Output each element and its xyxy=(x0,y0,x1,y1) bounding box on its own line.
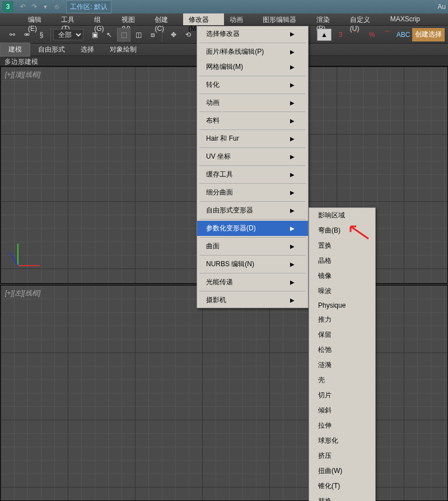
submenu-item-8[interactable]: 保留 xyxy=(309,327,375,342)
submenu-item-18[interactable]: 锥化(T) xyxy=(309,479,375,494)
menu-edit[interactable]: 编辑(E) xyxy=(22,13,55,25)
menu-item-23[interactable]: 曲面▶ xyxy=(197,239,308,254)
window-select-icon[interactable]: ◫ xyxy=(132,28,145,41)
undo-icon[interactable]: ↶ xyxy=(18,2,28,12)
submenu-item-0[interactable]: 影响区域 xyxy=(309,208,375,223)
menu-item-19[interactable]: 自由形式变形器▶ xyxy=(197,203,308,218)
menu-view[interactable]: 视图(V) xyxy=(116,13,149,25)
submenu-item-13[interactable]: 倾斜 xyxy=(309,403,375,418)
submenu-item-15[interactable]: 球形化 xyxy=(309,433,375,448)
submenu-item-11[interactable]: 壳 xyxy=(309,373,375,388)
menu-modifiers[interactable]: 修改器(M) xyxy=(183,13,224,25)
link-icon[interactable]: ⎋ xyxy=(52,2,62,12)
tab-object-paint[interactable]: 对象绘制 xyxy=(102,43,144,56)
snap-icon[interactable]: ⌒ xyxy=(349,28,363,41)
workspace-selector[interactable]: 工作区: 默认 xyxy=(66,1,111,13)
submenu-item-3[interactable]: 晶格 xyxy=(309,253,375,268)
redo-icon[interactable]: ↷ xyxy=(29,2,39,12)
menu-item-21[interactable]: 参数化变形器(D)▶ xyxy=(197,221,308,236)
app-logo[interactable]: 3 xyxy=(2,1,13,12)
menu-customize[interactable]: 自定义(U) xyxy=(344,13,385,25)
submenu-item-6[interactable]: Physique xyxy=(309,299,375,312)
menu-group[interactable]: 组(G) xyxy=(88,13,116,25)
menu-animation[interactable]: 动画(A) xyxy=(224,13,257,25)
tab-selection[interactable]: 选择 xyxy=(73,43,102,56)
rotate-tool-icon[interactable]: ⟲ xyxy=(181,28,195,41)
quick-access-toolbar: ↶ ↷ ▾ ⎋ xyxy=(18,2,62,12)
rect-select-icon[interactable]: ⬚ xyxy=(117,28,130,41)
menu-item-9[interactable]: 布料▶ xyxy=(197,113,308,128)
tab-freeform[interactable]: 自由形式 xyxy=(30,43,73,56)
submenu-item-12[interactable]: 切片 xyxy=(309,388,375,403)
menu-render[interactable]: 渲染(R) xyxy=(311,13,344,25)
submenu-item-19[interactable]: 替换 xyxy=(309,494,375,501)
snap-angle-icon[interactable]: 3 xyxy=(334,28,347,41)
right-toolbar: ▲ 3 ⌒ % ⌒ ABC 创建选择 xyxy=(317,28,445,41)
menu-item-27[interactable]: 光能传递▶ xyxy=(197,275,308,290)
menu-item-13[interactable]: UV 坐标▶ xyxy=(197,149,308,164)
menu-item-5[interactable]: 转化▶ xyxy=(197,77,308,92)
unlink-tool-icon[interactable]: ⚮ xyxy=(20,28,34,41)
submenu-item-10[interactable]: 涟漪 xyxy=(309,358,375,373)
submenu-item-9[interactable]: 松弛 xyxy=(309,342,375,358)
menu-item-0[interactable]: 选择修改器▶ xyxy=(197,26,308,41)
viewport-left[interactable]: [+][左][线框] xyxy=(0,285,448,501)
menu-item-7[interactable]: 动画▶ xyxy=(197,95,308,110)
crossing-select-icon[interactable]: ⧈ xyxy=(146,28,160,41)
menu-item-2[interactable]: 面片/样条线编辑(P)▶ xyxy=(197,44,308,59)
axis-y xyxy=(17,244,18,266)
menu-bar: 编辑(E) 工具(T) 组(G) 视图(V) 创建(C) 修改器(M) 动画(A… xyxy=(0,13,448,26)
selection-filter[interactable]: 全部 xyxy=(53,29,83,40)
menu-maxscript[interactable]: MAXScrip xyxy=(385,13,426,25)
named-sel-icon[interactable]: ABC xyxy=(396,28,410,41)
snap-percent-icon[interactable]: % xyxy=(365,28,379,41)
submenu-item-17[interactable]: 扭曲(W) xyxy=(309,463,375,479)
submenu-item-5[interactable]: 噪波 xyxy=(309,284,375,299)
submenu-item-7[interactable]: 推力 xyxy=(309,312,375,327)
menu-item-11[interactable]: Hair 和 Fur▶ xyxy=(197,131,308,146)
menu-item-15[interactable]: 缓存工具▶ xyxy=(197,167,308,182)
menu-item-29[interactable]: 摄影机▶ xyxy=(197,293,308,308)
save-icon[interactable]: ▾ xyxy=(40,2,50,12)
create-selection-icon[interactable]: 创建选择 xyxy=(412,28,445,41)
submenu-item-14[interactable]: 拉伸 xyxy=(309,418,375,433)
link-tool-icon[interactable]: ⚯ xyxy=(6,28,19,41)
menu-create[interactable]: 创建(C) xyxy=(149,13,183,25)
menu-graph-editors[interactable]: 图形编辑器(D) xyxy=(257,13,311,25)
viewport-grid-major xyxy=(1,285,447,500)
title-bar: 3 ↶ ↷ ▾ ⎋ 工作区: 默认 Au xyxy=(0,0,448,13)
viewport-label-top[interactable]: [+][顶][线框] xyxy=(5,70,40,80)
viewport-label-left[interactable]: [+][左][线框] xyxy=(5,289,40,298)
tab-modeling[interactable]: 建模 xyxy=(0,43,30,57)
move-tool-icon[interactable]: ✥ xyxy=(167,28,180,41)
axis-x xyxy=(17,265,40,266)
render-button[interactable]: ▲ xyxy=(317,29,332,41)
menu-item-17[interactable]: 细分曲面▶ xyxy=(197,185,308,200)
bind-tool-icon[interactable]: § xyxy=(35,28,48,41)
menu-item-3[interactable]: 网格编辑(M)▶ xyxy=(197,59,308,75)
modifiers-dropdown: 选择修改器▶面片/样条线编辑(P)▶网格编辑(M)▶转化▶动画▶布料▶Hair … xyxy=(197,26,309,308)
menu-tools[interactable]: 工具(T) xyxy=(55,13,88,25)
snap-toggle-icon[interactable]: ⌒ xyxy=(381,28,394,41)
menu-item-25[interactable]: NURBS 编辑(N)▶ xyxy=(197,257,308,272)
annotation-arrow xyxy=(347,223,370,242)
submenu-item-4[interactable]: 镜像 xyxy=(309,268,375,284)
cursor-tool-icon[interactable]: ↖ xyxy=(102,28,116,41)
app-title: Au xyxy=(437,3,446,11)
select-tool-icon[interactable]: ▣ xyxy=(88,28,101,41)
parametric-deformers-submenu: 影响区域弯曲(B)置换晶格镜像噪波Physique推力保留松弛涟漪壳切片倾斜拉伸… xyxy=(309,207,376,501)
submenu-item-16[interactable]: 挤压 xyxy=(309,448,375,463)
